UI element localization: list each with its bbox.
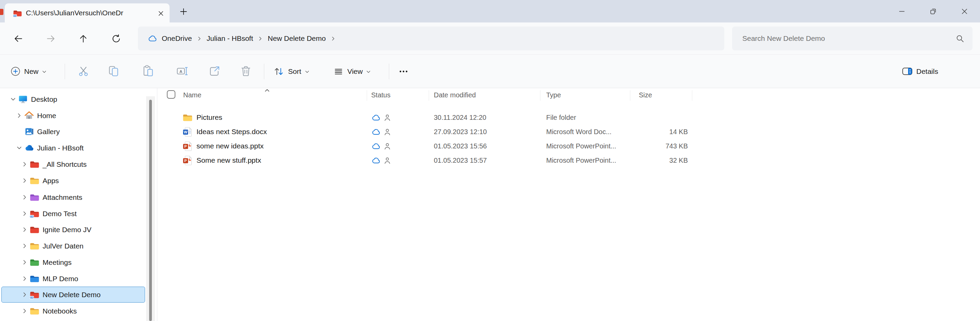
select-all-checkbox[interactable] — [167, 90, 175, 99]
breadcrumb-new-delete-demo[interactable]: New Delete Demo — [263, 34, 330, 43]
details-button[interactable]: Details — [902, 55, 938, 88]
file-date-modified: 27.09.2023 12:10 — [434, 125, 487, 139]
table-row[interactable]: Pictures 30.11.2024 12:20 File folder — [158, 110, 977, 125]
forward-icon[interactable] — [43, 31, 58, 46]
share-icon[interactable] — [208, 65, 221, 77]
column-header-status[interactable]: Status — [371, 91, 391, 99]
chevron-right-icon[interactable] — [197, 36, 202, 41]
tab-title: C:\Users\JulianVersuch\OneDr — [26, 3, 123, 22]
up-icon[interactable] — [76, 31, 91, 46]
file-name: Pictures — [196, 110, 222, 125]
sidebar-item-demo-test[interactable]: Demo Test — [2, 206, 145, 222]
view-button[interactable]: View — [333, 55, 371, 88]
column-divider[interactable] — [630, 90, 630, 101]
navigation-pane: Desktop Home Gallery Julian - HBsoft — [0, 88, 158, 321]
chevron-right-icon[interactable] — [331, 36, 336, 41]
red-folder-link-icon — [13, 8, 22, 18]
sidebar-item-notebooks[interactable]: Notebooks — [2, 303, 145, 319]
folder-icon — [30, 225, 40, 235]
restore-button[interactable] — [917, 0, 949, 22]
sidebar-item-label: JulVer Daten — [43, 242, 83, 250]
minimize-button[interactable] — [886, 0, 917, 22]
column-divider[interactable] — [367, 90, 367, 101]
address-bar[interactable]: OneDrive Julian - HBsoft New Delete Demo — [138, 27, 724, 50]
cut-icon[interactable] — [77, 65, 89, 77]
sidebar-item-label: Notebooks — [43, 307, 76, 315]
chevron-right-icon[interactable] — [20, 226, 29, 234]
explorer-tab[interactable]: C:\Users\JulianVersuch\OneDr — [5, 3, 170, 22]
chevron-down-icon[interactable] — [8, 95, 18, 104]
sort-ascending-icon — [264, 87, 270, 93]
chevron-right-icon[interactable] — [20, 160, 29, 169]
column-divider[interactable] — [692, 90, 692, 101]
chevron-right-icon[interactable] — [20, 290, 29, 299]
file-explorer-window: C:\Users\JulianVersuch\OneDr — [0, 0, 980, 321]
window-controls — [886, 0, 980, 22]
file-name: Ideas next Steps.docx — [196, 125, 267, 139]
cloud-status-icon — [371, 156, 380, 165]
sidebar-item-new-delete-demo[interactable]: New Delete Demo — [2, 287, 145, 303]
sidebar-item-label: Ignite Demo JV — [43, 226, 92, 234]
sidebar-item-gallery[interactable]: Gallery — [2, 124, 145, 140]
sidebar-item-ignite-demo-jv[interactable]: Ignite Demo JV — [2, 222, 145, 238]
column-header-type[interactable]: Type — [546, 91, 561, 99]
paste-icon[interactable] — [142, 65, 154, 77]
table-row[interactable]: W Ideas next Steps.docx 27.09.2023 12:10… — [158, 125, 977, 139]
sidebar-item-label: Desktop — [31, 95, 57, 103]
onedrive-icon — [24, 143, 34, 153]
close-button[interactable] — [949, 0, 980, 22]
folder-icon — [30, 274, 40, 284]
breadcrumb-julian-hbsoft[interactable]: Julian - HBsoft — [202, 34, 258, 43]
sidebar-item-attachments[interactable]: Attachments — [2, 189, 145, 205]
svg-text:P: P — [184, 144, 186, 148]
chevron-down-icon[interactable] — [14, 144, 24, 153]
sidebar-item-desktop[interactable]: Desktop — [2, 91, 145, 107]
sidebar-item-julian-hbsoft[interactable]: Julian - HBsoft — [2, 140, 145, 156]
folder-icon — [30, 241, 40, 251]
refresh-icon[interactable] — [109, 31, 124, 46]
chevron-right-icon[interactable] — [20, 193, 29, 202]
breadcrumb-onedrive[interactable]: OneDrive — [157, 34, 197, 43]
column-divider[interactable] — [429, 90, 429, 101]
sidebar-item-mlp-demo[interactable]: MLP Demo — [2, 271, 145, 287]
rename-icon[interactable]: A — [177, 65, 189, 77]
column-header-size[interactable]: Size — [639, 91, 652, 99]
sidebar-item-apps[interactable]: Apps — [2, 173, 145, 189]
sidebar-item-all-shortcuts[interactable]: _All Shortcuts — [2, 156, 145, 172]
svg-text:A: A — [180, 69, 183, 73]
search-input[interactable] — [742, 27, 947, 50]
copy-icon[interactable] — [108, 65, 120, 77]
chevron-right-icon[interactable] — [20, 258, 29, 267]
chevron-right-icon[interactable] — [20, 176, 29, 185]
sidebar-item-meetings[interactable]: Meetings — [2, 254, 145, 270]
chevron-right-icon[interactable] — [20, 274, 29, 283]
sidebar-item-julver-daten[interactable]: JulVer Daten — [2, 238, 145, 254]
table-row[interactable]: P some new ideas.pptx 01.05.2023 15:56 M… — [158, 139, 977, 153]
tab-close-icon[interactable] — [157, 9, 165, 17]
view-button-label: View — [347, 67, 363, 76]
chevron-right-icon[interactable] — [20, 209, 29, 218]
column-header-name[interactable]: Name — [183, 91, 201, 99]
chevron-right-icon[interactable] — [14, 111, 24, 120]
search-icon[interactable] — [956, 34, 964, 43]
back-icon[interactable] — [11, 31, 25, 46]
sidebar-item-home[interactable]: Home — [2, 108, 145, 124]
column-header-date-modified[interactable]: Date modified — [434, 91, 476, 99]
chevron-right-icon[interactable] — [258, 36, 263, 41]
sort-button[interactable]: Sort — [273, 55, 310, 88]
folder-icon — [30, 306, 40, 316]
new-button[interactable]: New — [10, 55, 47, 88]
chevron-right-icon[interactable] — [20, 307, 29, 316]
delete-icon[interactable] — [240, 65, 252, 77]
table-row[interactable]: P Some new stuff.pptx 01.05.2023 15:57 M… — [158, 153, 977, 167]
window-edge-icon — [0, 9, 3, 15]
new-tab-button[interactable] — [179, 7, 188, 16]
chevron-down-icon — [305, 70, 310, 74]
more-options-icon[interactable] — [398, 66, 410, 78]
view-icon — [333, 66, 344, 77]
svg-text:P: P — [184, 159, 186, 163]
sidebar-item-label: Attachments — [43, 193, 83, 202]
sidebar-scrollbar-thumb[interactable] — [149, 100, 152, 321]
chevron-right-icon[interactable] — [20, 242, 29, 251]
navigation-bar: OneDrive Julian - HBsoft New Delete Demo — [0, 22, 980, 54]
